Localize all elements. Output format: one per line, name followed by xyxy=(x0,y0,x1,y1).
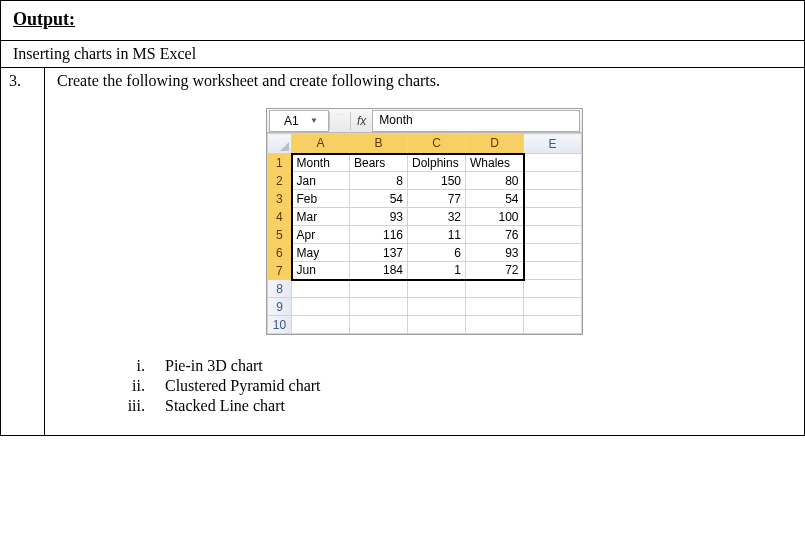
row-header-4[interactable]: 4 xyxy=(268,208,292,226)
cell[interactable] xyxy=(524,244,582,262)
cell[interactable]: Jun xyxy=(292,262,350,280)
cell[interactable]: 72 xyxy=(466,262,524,280)
cell[interactable] xyxy=(350,298,408,316)
select-all-corner[interactable] xyxy=(268,134,292,154)
list-label: Pie-in 3D chart xyxy=(165,357,263,375)
excel-screenshot: A1 ▼ ⌒ fx Month A B C D xyxy=(57,108,792,335)
cell[interactable]: Apr xyxy=(292,226,350,244)
row-header-2[interactable]: 2 xyxy=(268,172,292,190)
cell[interactable]: 54 xyxy=(350,190,408,208)
fx-curve-icon: ⌒ xyxy=(329,112,351,130)
cell[interactable]: Bears xyxy=(350,154,408,172)
cell[interactable]: 6 xyxy=(408,244,466,262)
page: Output: Inserting charts in MS Excel 3. … xyxy=(0,0,805,436)
output-label: Output: xyxy=(13,9,75,29)
cell[interactable]: Dolphins xyxy=(408,154,466,172)
cell[interactable] xyxy=(524,190,582,208)
cell[interactable]: 137 xyxy=(350,244,408,262)
cell[interactable] xyxy=(466,316,524,334)
list-item: i. Pie-in 3D chart xyxy=(111,357,792,375)
col-header-e[interactable]: E xyxy=(524,134,582,154)
list-number: iii. xyxy=(111,397,165,415)
cell[interactable]: 8 xyxy=(350,172,408,190)
name-box-value: A1 xyxy=(284,114,299,128)
formula-input[interactable]: Month xyxy=(372,110,580,132)
row-header-9[interactable]: 9 xyxy=(268,298,292,316)
row-header-3[interactable]: 3 xyxy=(268,190,292,208)
cell[interactable] xyxy=(292,316,350,334)
cell[interactable] xyxy=(350,280,408,298)
row-header-5[interactable]: 5 xyxy=(268,226,292,244)
cell[interactable]: May xyxy=(292,244,350,262)
cell[interactable] xyxy=(350,316,408,334)
task-row: 3. Create the following worksheet and cr… xyxy=(1,68,804,435)
cell[interactable]: Whales xyxy=(466,154,524,172)
cell[interactable]: Jan xyxy=(292,172,350,190)
cell[interactable] xyxy=(408,280,466,298)
cell[interactable] xyxy=(524,280,582,298)
formula-bar: A1 ▼ ⌒ fx Month xyxy=(267,109,582,133)
cell[interactable]: 150 xyxy=(408,172,466,190)
output-header: Output: xyxy=(1,1,804,41)
cell[interactable] xyxy=(466,280,524,298)
chevron-down-icon: ▼ xyxy=(310,116,318,125)
chart-type-list: i. Pie-in 3D chart ii. Clustered Pyramid… xyxy=(111,357,792,415)
col-header-a[interactable]: A xyxy=(292,134,350,154)
cell[interactable]: Feb xyxy=(292,190,350,208)
cell[interactable]: Mar xyxy=(292,208,350,226)
cell[interactable] xyxy=(524,262,582,280)
list-item: ii. Clustered Pyramid chart xyxy=(111,377,792,395)
cell[interactable]: 76 xyxy=(466,226,524,244)
row-header-10[interactable]: 10 xyxy=(268,316,292,334)
cell[interactable]: 116 xyxy=(350,226,408,244)
cell[interactable]: 32 xyxy=(408,208,466,226)
list-number: i. xyxy=(111,357,165,375)
cell[interactable]: 184 xyxy=(350,262,408,280)
cell[interactable] xyxy=(524,226,582,244)
cell[interactable] xyxy=(524,298,582,316)
cell[interactable] xyxy=(466,298,524,316)
cell[interactable] xyxy=(524,154,582,172)
cell[interactable] xyxy=(292,298,350,316)
cell[interactable]: 93 xyxy=(466,244,524,262)
cell[interactable]: 11 xyxy=(408,226,466,244)
cell[interactable]: 54 xyxy=(466,190,524,208)
cell[interactable] xyxy=(408,316,466,334)
spreadsheet-grid[interactable]: A B C D E 1 Month Bears Dolphins Whales xyxy=(267,133,582,334)
col-header-d[interactable]: D xyxy=(466,134,524,154)
cell[interactable]: 93 xyxy=(350,208,408,226)
list-number: ii. xyxy=(111,377,165,395)
cell[interactable] xyxy=(292,280,350,298)
list-item: iii. Stacked Line chart xyxy=(111,397,792,415)
row-header-8[interactable]: 8 xyxy=(268,280,292,298)
cell[interactable]: 100 xyxy=(466,208,524,226)
cell[interactable] xyxy=(524,208,582,226)
name-box[interactable]: A1 ▼ xyxy=(269,110,329,132)
cell[interactable] xyxy=(524,316,582,334)
cell[interactable]: 80 xyxy=(466,172,524,190)
task-instruction: Create the following worksheet and creat… xyxy=(57,72,792,90)
list-label: Clustered Pyramid chart xyxy=(165,377,321,395)
row-header-7[interactable]: 7 xyxy=(268,262,292,280)
list-label: Stacked Line chart xyxy=(165,397,285,415)
cell[interactable] xyxy=(408,298,466,316)
fx-icon[interactable]: fx xyxy=(351,114,372,128)
task-body: Create the following worksheet and creat… xyxy=(45,68,804,435)
col-header-b[interactable]: B xyxy=(350,134,408,154)
col-header-c[interactable]: C xyxy=(408,134,466,154)
cell[interactable] xyxy=(524,172,582,190)
cell[interactable]: 77 xyxy=(408,190,466,208)
section-title: Inserting charts in MS Excel xyxy=(1,41,804,68)
cell[interactable]: Month xyxy=(292,154,350,172)
row-header-6[interactable]: 6 xyxy=(268,244,292,262)
task-number: 3. xyxy=(1,68,45,435)
cell[interactable]: 1 xyxy=(408,262,466,280)
row-header-1[interactable]: 1 xyxy=(268,154,292,172)
